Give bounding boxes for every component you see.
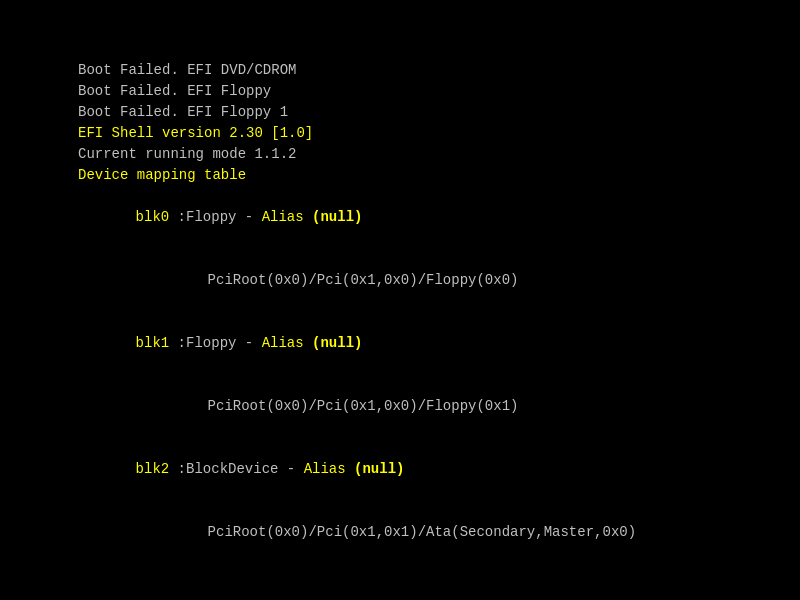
blk0-alias-label: Alias [262,209,312,225]
blk2-line: blk2 :BlockDevice - Alias (null) [78,438,722,501]
blk1-label: blk1 [136,335,170,351]
blk2-path: PciRoot(0x0)/Pci(0x1,0x1)/Ata(Secondary,… [208,524,636,540]
blk1-type: :Floppy - [169,335,261,351]
blk2-alias-label: Alias [304,461,354,477]
blk2-alias-value: (null) [354,461,404,477]
blk2-label: blk2 [136,461,170,477]
terminal-screen: Boot Failed. EFI DVD/CDROM Boot Failed. … [0,0,800,600]
blk1-alias-value: (null) [312,335,362,351]
blk2-type: :BlockDevice - [169,461,303,477]
blk0-path: PciRoot(0x0)/Pci(0x1,0x0)/Floppy(0x0) [208,272,519,288]
blk0-label: blk0 [136,209,170,225]
blk0-alias-value: (null) [312,209,362,225]
blk0-path-line: PciRoot(0x0)/Pci(0x1,0x0)/Floppy(0x0) [78,249,722,312]
boot-fail-floppy-line: Boot Failed. EFI Floppy [78,81,722,102]
boot-fail-dvd-line: Boot Failed. EFI DVD/CDROM [78,60,722,81]
current-mode-line: Current running mode 1.1.2 [78,144,722,165]
blk0-line: blk0 :Floppy - Alias (null) [78,186,722,249]
blk1-path-line: PciRoot(0x0)/Pci(0x1,0x0)/Floppy(0x1) [78,375,722,438]
device-mapping-table-line: Device mapping table [78,165,722,186]
mode-value: 1.1.2 [254,146,296,162]
efi-shell-version-line: EFI Shell version 2.30 [1.0] [78,123,722,144]
blk2-path-line: PciRoot(0x0)/Pci(0x1,0x1)/Ata(Secondary,… [78,501,722,564]
blk1-alias-label: Alias [262,335,312,351]
blk1-line: blk1 :Floppy - Alias (null) [78,312,722,375]
blk0-type: :Floppy - [169,209,261,225]
prompt-line: Press ESC in 4 seconds to skip startup.n… [78,578,722,600]
boot-fail-floppy1-line: Boot Failed. EFI Floppy 1 [78,102,722,123]
blk1-path: PciRoot(0x0)/Pci(0x1,0x0)/Floppy(0x1) [208,398,519,414]
